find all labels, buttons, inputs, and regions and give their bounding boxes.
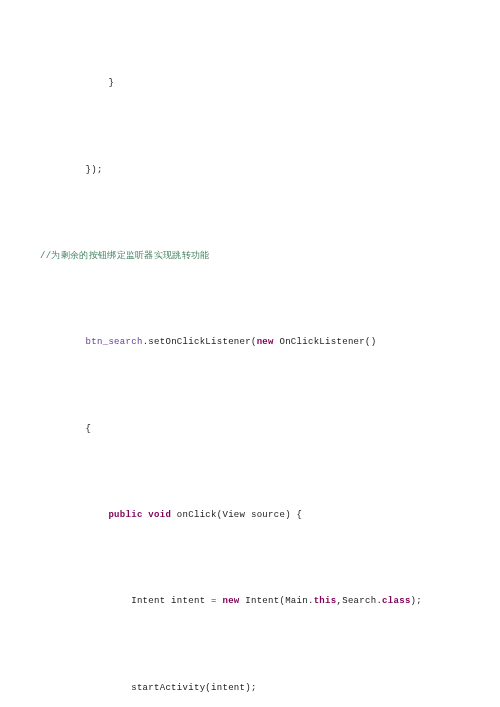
indent	[40, 596, 86, 606]
keyword-class: class	[382, 596, 411, 606]
keyword-new: new	[257, 337, 274, 347]
type: OnClickListener()	[274, 337, 377, 347]
keyword-public-void: public void	[108, 510, 171, 520]
intent-decl: Intent intent =	[86, 596, 223, 606]
indent	[40, 683, 86, 693]
code-page: } }); //为剩余的按钮绑定监听器实现跳转功能 btn_search.set…	[0, 0, 500, 707]
identifier: btn_search	[86, 337, 143, 347]
keyword-new: new	[222, 596, 239, 606]
code-comment: //为剩余的按钮绑定监听器实现跳转功能	[40, 251, 210, 261]
indent	[40, 424, 86, 434]
code-block: } }); //为剩余的按钮绑定监听器实现跳转功能 btn_search.set…	[40, 30, 460, 707]
method-call: .setOnClickListener(	[143, 337, 257, 347]
comma-target: ,Search.	[336, 596, 382, 606]
indent2	[86, 510, 109, 520]
paren-close: );	[411, 596, 422, 606]
intent-open: Intent(Main.	[240, 596, 314, 606]
method-sig: onClick(View source) {	[171, 510, 302, 520]
indent	[40, 337, 86, 347]
keyword-this: this	[314, 596, 337, 606]
start-activity: startActivity(intent);	[86, 683, 257, 693]
indent	[40, 510, 86, 520]
code-text: }	[40, 78, 114, 88]
code-text: });	[40, 165, 103, 175]
brace: {	[86, 424, 92, 434]
